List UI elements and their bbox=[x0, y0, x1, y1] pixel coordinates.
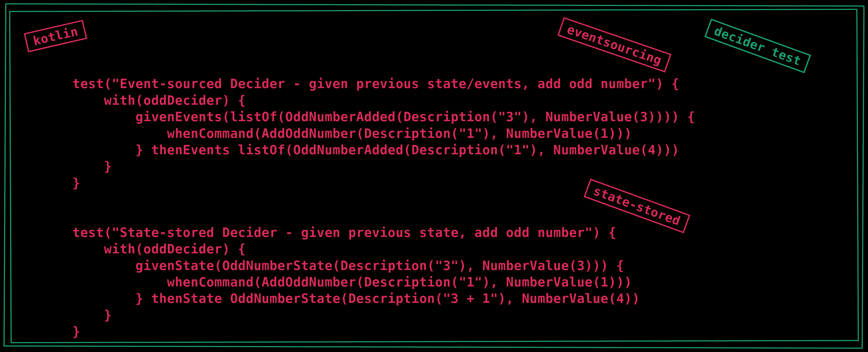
code-line: test("State-stored Decider - given previ… bbox=[72, 225, 616, 240]
code-line: } bbox=[72, 324, 80, 339]
code-line: } bbox=[72, 176, 80, 190]
code-line: with(oddDecider) { bbox=[72, 93, 246, 108]
code-line: with(oddDecider) { bbox=[72, 242, 246, 256]
code-line: } bbox=[72, 308, 112, 323]
code-line: whenCommand(AddOddNumber(Description("1"… bbox=[72, 126, 632, 141]
code-line: } thenState OddNumberState(Description("… bbox=[72, 291, 640, 306]
code-line: } thenEvents listOf(OddNumberAdded(Descr… bbox=[72, 142, 680, 157]
code-line: givenState(OddNumberState(Description("3… bbox=[72, 258, 624, 273]
code-line: givenEvents(listOf(OddNumberAdded(Descri… bbox=[72, 109, 695, 124]
code-line: test("Event-sourced Decider - given prev… bbox=[72, 76, 680, 91]
code-block: test("Event-sourced Decider - given prev… bbox=[72, 59, 695, 340]
code-line: whenCommand(AddOddNumber(Description("1"… bbox=[72, 275, 632, 289]
code-line: } bbox=[72, 159, 112, 174]
